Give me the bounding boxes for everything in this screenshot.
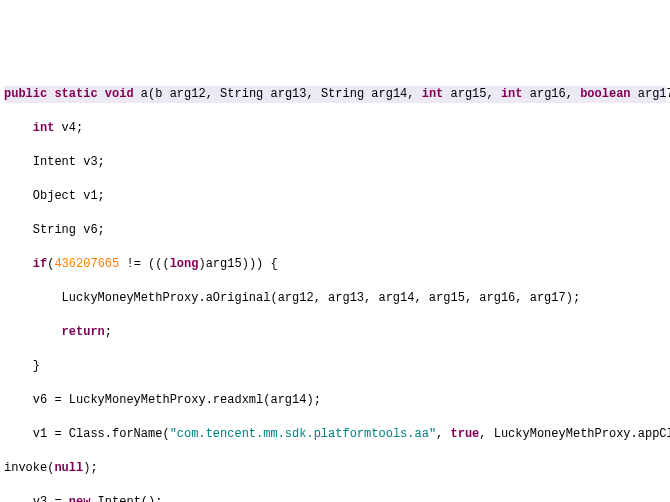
code-text: arg16, xyxy=(523,87,581,101)
code-text: invoke( xyxy=(4,461,54,475)
code-text: v4; xyxy=(54,121,83,135)
code-line: Intent v3; xyxy=(4,154,666,171)
code-line: v3 = new Intent(); xyxy=(4,494,666,502)
code-text: arg15, xyxy=(443,87,501,101)
keyword: if xyxy=(33,257,47,271)
code-line: if(436207665 != (((long)arg15))) { xyxy=(4,256,666,273)
keyword: static xyxy=(54,87,97,101)
keyword: int xyxy=(422,87,444,101)
code-text: v1 = Class.forName( xyxy=(4,427,170,441)
code-text: arg17) xyxy=(631,87,670,101)
code-line: v1 = Class.forName("com.tencent.mm.sdk.p… xyxy=(4,426,666,443)
code-line: LuckyMoneyMethProxy.aOriginal(arg12, arg… xyxy=(4,290,666,307)
code-text: ); xyxy=(83,461,97,475)
keyword: int xyxy=(501,87,523,101)
code-text: ; xyxy=(105,325,112,339)
code-text: Intent(); xyxy=(90,495,162,502)
code-text: , LuckyMoneyMethProxy.appClas xyxy=(479,427,670,441)
code-line: Object v1; xyxy=(4,188,666,205)
code-text: v3 = xyxy=(4,495,69,502)
code-line: public static void a(b arg12, String arg… xyxy=(4,86,666,103)
code-text: , xyxy=(436,427,450,441)
code-line: invoke(null); xyxy=(4,460,666,477)
string-literal: "com.tencent.mm.sdk.platformtools.aa" xyxy=(170,427,436,441)
keyword: long xyxy=(170,257,199,271)
code-line: int v4; xyxy=(4,120,666,137)
code-text: != ((( xyxy=(119,257,169,271)
keyword: boolean xyxy=(580,87,630,101)
keyword: true xyxy=(451,427,480,441)
code-text: a(b arg12, String arg13, String arg14, xyxy=(134,87,422,101)
code-line: return; xyxy=(4,324,666,341)
keyword: return xyxy=(62,325,105,339)
code-text: )arg15))) { xyxy=(198,257,277,271)
number-literal: 436207665 xyxy=(54,257,119,271)
keyword: void xyxy=(105,87,134,101)
code-line: String v6; xyxy=(4,222,666,239)
keyword: new xyxy=(69,495,91,502)
keyword: null xyxy=(54,461,83,475)
code-block: public static void a(b arg12, String arg… xyxy=(0,68,670,502)
code-line: v6 = LuckyMoneyMethProxy.readxml(arg14); xyxy=(4,392,666,409)
keyword: int xyxy=(33,121,55,135)
code-line: } xyxy=(4,358,666,375)
keyword: public xyxy=(4,87,47,101)
